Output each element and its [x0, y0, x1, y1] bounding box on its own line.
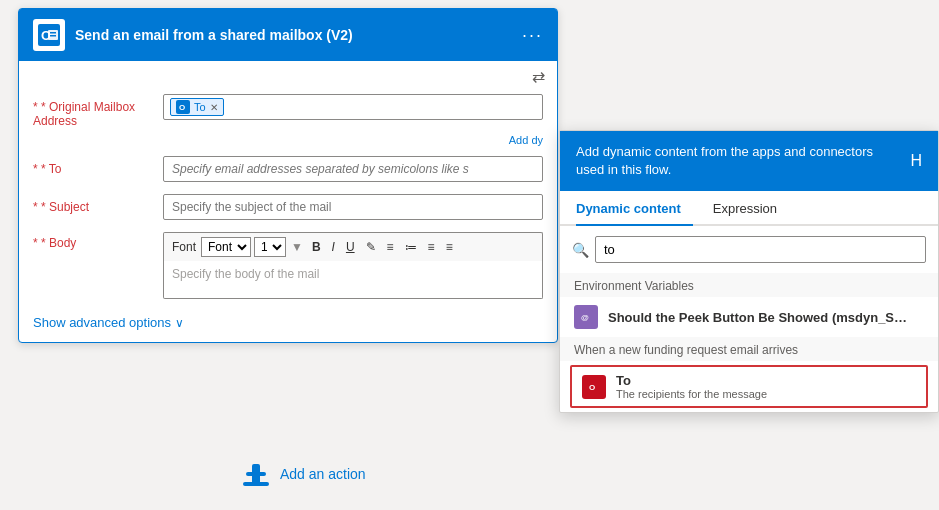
dynamic-search-input[interactable] [595, 236, 926, 263]
body-input[interactable]: Specify the body of the mail [163, 261, 543, 299]
dynamic-panel-tabs: Dynamic content Expression [560, 191, 938, 226]
show-advanced-button[interactable]: Show advanced options ∨ [19, 305, 557, 342]
add-dynamic-link[interactable]: Add dy [19, 134, 557, 150]
svg-text:O: O [589, 383, 595, 392]
original-mailbox-row: * * Original Mailbox Address O To ✕ [19, 88, 557, 134]
highlight-button[interactable]: ✎ [362, 238, 380, 256]
swap-icon-row: ⇄ [19, 61, 557, 88]
subject-input[interactable] [163, 194, 543, 220]
bold-button[interactable]: B [308, 238, 325, 256]
to-input[interactable] [163, 156, 543, 182]
font-label: Font [172, 240, 196, 254]
svg-text:@: @ [581, 313, 589, 322]
card-header: O Send an email from a shared mailbox (V… [19, 9, 557, 61]
show-advanced-label: Show advanced options [33, 315, 171, 330]
dynamic-content-panel: Add dynamic content from the apps and co… [559, 130, 939, 413]
svg-rect-9 [243, 482, 269, 486]
body-row: * * Body Font Font 12 ▼ B I [19, 226, 557, 305]
body-label: * * Body [33, 232, 163, 250]
peek-button-name: Should the Peek Button Be Showed (msdyn_… [608, 310, 908, 325]
peek-button-icon: @ [574, 305, 598, 329]
tab-dynamic-content[interactable]: Dynamic content [576, 191, 693, 226]
tab-expression[interactable]: Expression [713, 191, 789, 226]
search-icon: 🔍 [572, 242, 589, 258]
peek-button-info: Should the Peek Button Be Showed (msdyn_… [608, 310, 908, 325]
to-token: O To ✕ [170, 98, 224, 116]
to-item-icon: O [582, 375, 606, 399]
italic-button[interactable]: I [328, 238, 339, 256]
environment-variables-section: Environment Variables [560, 273, 938, 297]
align-right-button[interactable]: ≡ [442, 238, 457, 256]
outlook-icon: O [33, 19, 65, 51]
chevron-down-icon: ∨ [175, 316, 184, 330]
underline-button[interactable]: U [342, 238, 359, 256]
dynamic-panel-help-icon[interactable]: H [910, 152, 922, 170]
funding-request-section: When a new funding request email arrives [560, 337, 938, 361]
font-select[interactable]: Font [201, 237, 251, 257]
to-dynamic-item[interactable]: O To The recipients for the message [570, 365, 928, 408]
to-item-description: The recipients for the message [616, 388, 767, 400]
font-size-select[interactable]: 12 [254, 237, 286, 257]
token-icon: O [176, 100, 190, 114]
body-placeholder: Specify the body of the mail [172, 267, 319, 281]
token-label: To [194, 101, 206, 113]
add-action-label: Add an action [280, 466, 366, 482]
align-left-button[interactable]: ≡ [424, 238, 439, 256]
body-toolbar: Font Font 12 ▼ B I U ✎ ≡ ≔ [163, 232, 543, 261]
svg-rect-3 [50, 32, 56, 34]
dynamic-panel-header: Add dynamic content from the apps and co… [560, 131, 938, 191]
add-action-icon [240, 458, 272, 490]
to-item-info: To The recipients for the message [616, 373, 767, 400]
bullet-list-button[interactable]: ≡ [383, 238, 398, 256]
add-action-row[interactable]: Add an action [240, 458, 366, 490]
card-menu-button[interactable]: ··· [522, 25, 543, 46]
card-title: Send an email from a shared mailbox (V2) [75, 27, 512, 43]
to-row: * * To [19, 150, 557, 188]
subject-label: * * Subject [33, 194, 163, 214]
svg-text:O: O [179, 103, 185, 112]
original-mailbox-label: * * Original Mailbox Address [33, 94, 163, 128]
token-close-button[interactable]: ✕ [210, 102, 218, 113]
svg-rect-8 [252, 464, 260, 484]
svg-rect-4 [50, 35, 56, 37]
main-canvas: O Send an email from a shared mailbox (V… [0, 0, 939, 510]
subject-row: * * Subject [19, 188, 557, 226]
numbered-list-button[interactable]: ≔ [401, 238, 421, 256]
swap-icon[interactable]: ⇄ [532, 67, 545, 86]
original-mailbox-field[interactable]: O To ✕ [163, 94, 543, 120]
toolbar-row: Font Font 12 ▼ B I U ✎ ≡ ≔ [172, 237, 457, 257]
body-editor: Font Font 12 ▼ B I U ✎ ≡ ≔ [163, 232, 543, 299]
to-label: * * To [33, 156, 163, 176]
dynamic-panel-header-text: Add dynamic content from the apps and co… [576, 143, 900, 179]
dynamic-search-row: 🔍 [560, 226, 938, 273]
action-card: O Send an email from a shared mailbox (V… [18, 8, 558, 343]
to-item-name: To [616, 373, 767, 388]
peek-button-item[interactable]: @ Should the Peek Button Be Showed (msdy… [560, 297, 938, 337]
